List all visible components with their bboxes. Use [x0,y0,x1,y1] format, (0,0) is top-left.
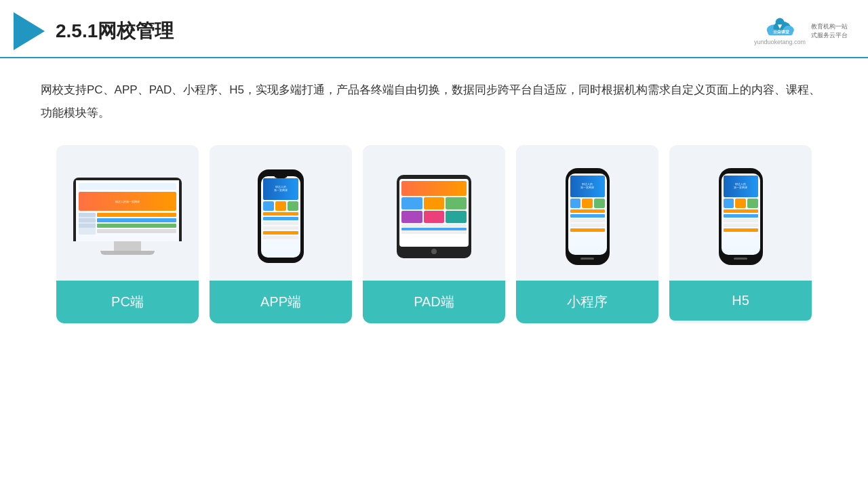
brand-icon: 云朵课堂 [764,17,796,39]
card-h5-image: 职达人的第一堂网课 [669,145,812,281]
card-pad: PAD端 [363,145,505,323]
card-pc-image: 职达人的第一堂网课 [56,145,199,281]
page-title: 2.5.1网校管理 [56,18,174,44]
brand-logo: 云朵课堂 yunduoketang.com [754,17,806,45]
header-right: 云朵课堂 yunduoketang.com 教育机构一站 式服务云平台 [754,17,848,45]
pad-tablet-mockup [397,175,471,258]
cloud-icon: 云朵课堂 [764,17,796,39]
card-miniprogram-image: 职达人的第一堂网课 [516,145,658,281]
header-left: 2.5.1网校管理 [14,12,174,50]
pc-mockup: 职达人的第一堂网课 [73,178,182,255]
card-pad-image [363,145,505,281]
card-pc-label: PC端 [56,281,199,323]
header: 2.5.1网校管理 云朵课堂 yunduoketang.com 教育机构一站 式… [0,0,868,58]
miniprogram-phone-mockup: 职达人的第一堂网课 [566,168,610,265]
main-content: 网校支持PC、APP、PAD、小程序、H5，实现多端打通，产品各终端自由切换，数… [0,58,868,337]
card-app-image: 职达人的第一堂网课 [210,145,352,281]
card-pad-label: PAD端 [363,281,505,323]
brand-tagline: 教育机构一站 式服务云平台 [811,22,848,41]
h5-phone-mockup: 职达人的第一堂网课 [719,168,763,265]
card-h5: 职达人的第一堂网课 [669,145,812,323]
card-miniprogram-label: 小程序 [516,281,658,323]
logo-triangle-icon [14,12,45,50]
svg-text:云朵课堂: 云朵课堂 [773,29,789,34]
card-pc: 职达人的第一堂网课 [56,145,199,323]
card-miniprogram: 职达人的第一堂网课 [516,145,658,323]
brand-url: yunduoketang.com [754,39,806,45]
card-app-label: APP端 [210,281,352,323]
card-app: 职达人的第一堂网课 [210,145,352,323]
description-text: 网校支持PC、APP、PAD、小程序、H5，实现多端打通，产品各终端自由切换，数… [41,79,827,125]
card-h5-label: H5 [669,281,812,321]
cards-container: 职达人的第一堂网课 [41,145,827,323]
app-phone-mockup: 职达人的第一堂网课 [258,169,304,263]
